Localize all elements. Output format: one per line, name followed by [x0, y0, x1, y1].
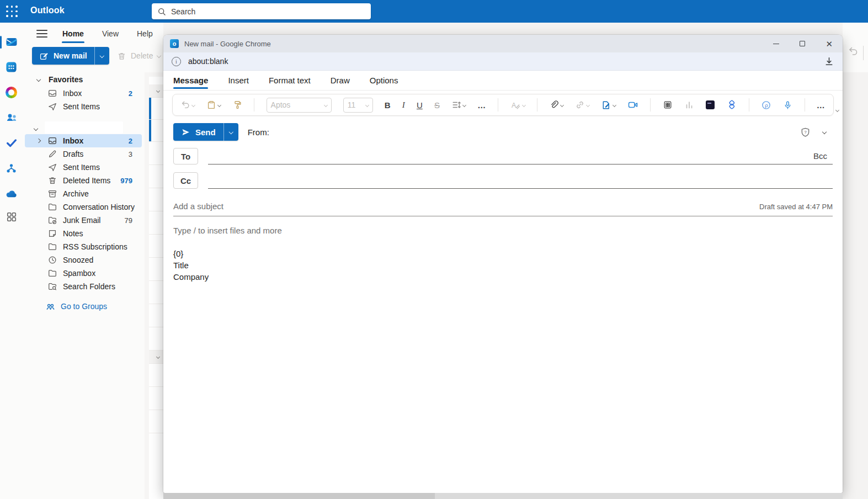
new-mail-button[interactable]: New mail: [32, 47, 109, 65]
tab-message[interactable]: Message: [173, 76, 208, 85]
insert-chart-button[interactable]: [684, 100, 694, 110]
delete-button[interactable]: Delete: [117, 47, 161, 65]
bcc-button[interactable]: Bcc: [813, 151, 833, 161]
text-effects-button[interactable]: A: [510, 100, 525, 110]
chevron-right-icon[interactable]: [36, 139, 41, 143]
line-spacing-button[interactable]: [451, 100, 466, 110]
folder-conversation-history[interactable]: Conversation History: [23, 200, 145, 214]
message-row[interactable]: [149, 387, 163, 410]
page-info-icon[interactable]: i: [172, 57, 181, 66]
signature-button[interactable]: [601, 100, 616, 110]
ribbon-tab-help[interactable]: Help: [137, 29, 153, 38]
folder-deleted-items[interactable]: Deleted Items 979: [23, 174, 145, 187]
insights-button[interactable]: ρ: [761, 100, 771, 110]
message-body-editor[interactable]: Type / to insert files and more {0} Titl…: [163, 216, 843, 493]
popup-title-bar[interactable]: o New mail - Google Chrome ✕: [163, 35, 843, 52]
favorite-sent-items[interactable]: Sent Items: [23, 100, 145, 113]
account-section-header[interactable]: [23, 121, 145, 134]
cc-button[interactable]: Cc: [173, 172, 198, 189]
download-icon[interactable]: [824, 56, 834, 67]
favorite-inbox[interactable]: Inbox 2: [23, 87, 145, 100]
folder-inbox[interactable]: Inbox 2: [25, 134, 142, 147]
italic-button[interactable]: I: [402, 100, 405, 110]
insert-link-button[interactable]: [575, 100, 589, 110]
to-input[interactable]: Bcc: [208, 148, 833, 164]
rail-onedrive-icon[interactable]: [0, 186, 23, 201]
ribbon-tab-view[interactable]: View: [102, 29, 119, 38]
minimize-icon[interactable]: [773, 44, 779, 44]
tab-options[interactable]: Options: [370, 76, 398, 85]
hamburger-menu-icon[interactable]: [36, 30, 47, 38]
new-mail-dropdown[interactable]: [95, 47, 109, 65]
folder-notes[interactable]: Notes: [23, 227, 145, 240]
undo-button[interactable]: [180, 100, 195, 110]
underline-button[interactable]: U: [417, 100, 423, 110]
message-row[interactable]: [149, 235, 163, 258]
folder-rss-subscriptions[interactable]: RSS Subscriptions: [23, 240, 145, 253]
search-input[interactable]: Search: [152, 3, 371, 19]
font-name-select[interactable]: Aptos: [267, 98, 332, 113]
undo-icon[interactable]: [848, 46, 859, 57]
rail-more-apps-icon[interactable]: [0, 209, 23, 225]
ribbon-collapse-chevron-icon[interactable]: [836, 104, 839, 114]
rail-people-icon[interactable]: [0, 110, 23, 125]
favorites-header[interactable]: Favorites: [23, 72, 145, 87]
message-row[interactable]: [149, 410, 163, 433]
rail-org-chart-icon[interactable]: [0, 161, 23, 176]
rail-mail-icon[interactable]: [0, 34, 23, 50]
message-row[interactable]: [149, 281, 163, 304]
message-list-group-header[interactable]: [149, 84, 163, 98]
cc-input[interactable]: [208, 172, 833, 189]
chevron-down-icon[interactable]: [34, 126, 38, 131]
attach-file-button[interactable]: [549, 100, 563, 110]
ribbon-tab-home[interactable]: Home: [62, 29, 84, 38]
strikethrough-button[interactable]: S: [434, 100, 440, 110]
message-protection-icon[interactable]: ?: [800, 127, 811, 137]
message-list-group-header[interactable]: [149, 351, 163, 364]
folder-archive[interactable]: Archive: [23, 187, 145, 200]
to-button[interactable]: To: [173, 148, 198, 164]
maximize-icon[interactable]: [800, 41, 805, 46]
chevron-down-icon[interactable]: [822, 130, 827, 134]
url-text[interactable]: about:blank: [188, 57, 817, 66]
font-size-select[interactable]: 11: [343, 98, 373, 113]
more-formatting-button[interactable]: …: [477, 100, 486, 110]
message-row[interactable]: [149, 327, 163, 351]
rail-calendar-icon[interactable]: [0, 59, 23, 75]
message-row[interactable]: [149, 364, 163, 387]
subject-input[interactable]: Add a subject: [173, 201, 759, 211]
video-clip-button[interactable]: [627, 99, 638, 110]
send-dropdown[interactable]: [224, 123, 238, 141]
tab-format-text[interactable]: Format text: [269, 76, 311, 85]
close-icon[interactable]: ✕: [826, 40, 833, 48]
send-button[interactable]: Send: [173, 123, 238, 141]
toolbar-overflow-button[interactable]: …: [817, 100, 826, 110]
bold-button[interactable]: B: [385, 100, 391, 110]
dictate-button[interactable]: [783, 100, 792, 110]
folder-snoozed[interactable]: Snoozed: [23, 253, 145, 267]
folder-drafts[interactable]: Drafts 3: [23, 147, 145, 161]
message-row[interactable]: [149, 165, 163, 188]
app-launcher-icon[interactable]: [5, 4, 19, 18]
address-bar[interactable]: i about:blank: [163, 52, 843, 71]
chevron-down-icon[interactable]: [36, 77, 41, 82]
loop-component-button[interactable]: [706, 100, 715, 109]
folder-sent-items[interactable]: Sent Items: [23, 161, 145, 174]
format-painter-button[interactable]: [232, 100, 242, 110]
insert-table-button[interactable]: [663, 100, 673, 110]
message-row-unread[interactable]: [149, 120, 163, 142]
go-to-groups-link[interactable]: Go to Groups: [23, 300, 145, 313]
tab-insert[interactable]: Insert: [228, 76, 249, 85]
message-row[interactable]: [149, 304, 163, 327]
message-row[interactable]: [149, 211, 163, 235]
message-row[interactable]: [149, 258, 163, 281]
designer-button[interactable]: [726, 99, 737, 110]
tab-draw[interactable]: Draw: [331, 76, 350, 85]
paste-button[interactable]: [206, 100, 221, 110]
message-row-unread[interactable]: [149, 98, 163, 120]
folder-spambox[interactable]: Spambox: [23, 267, 145, 280]
message-row[interactable]: [149, 142, 163, 165]
message-row[interactable]: [149, 188, 163, 211]
rail-copilot-icon[interactable]: [0, 84, 23, 100]
rail-todo-icon[interactable]: [0, 135, 23, 151]
